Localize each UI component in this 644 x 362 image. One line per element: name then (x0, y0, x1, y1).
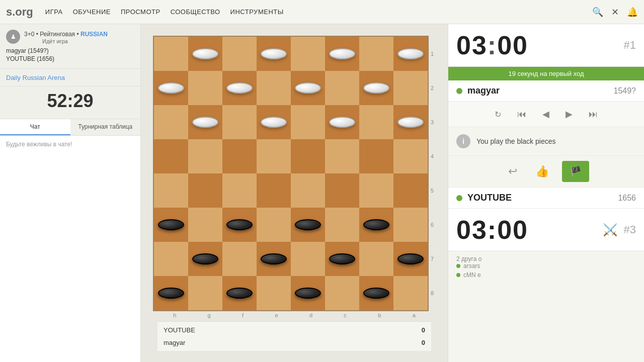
black-piece[interactable] (226, 219, 253, 230)
cell-7-4[interactable] (257, 242, 291, 276)
thumbsup-button[interactable]: 👍 (530, 162, 554, 181)
cell-5-7[interactable] (359, 173, 393, 208)
white-piece[interactable] (295, 82, 321, 94)
cell-4-6[interactable] (325, 139, 359, 173)
cell-7-6[interactable] (325, 242, 359, 276)
cell-3-1[interactable] (154, 105, 188, 139)
white-piece[interactable] (397, 48, 424, 59)
cell-2-6[interactable] (325, 71, 359, 105)
cell-1-7[interactable] (359, 37, 393, 71)
cell-5-6[interactable] (325, 173, 359, 208)
cell-3-3[interactable] (222, 105, 257, 139)
cell-6-5[interactable] (291, 208, 325, 242)
black-piece[interactable] (158, 288, 184, 299)
cell-2-2[interactable] (188, 71, 222, 105)
undo-button[interactable]: ↩ (503, 162, 522, 181)
black-piece[interactable] (329, 253, 355, 264)
cell-5-3[interactable] (222, 173, 257, 208)
cell-1-2[interactable] (188, 37, 222, 71)
cell-1-3[interactable] (222, 37, 257, 71)
white-piece[interactable] (261, 48, 287, 59)
white-piece[interactable] (397, 117, 424, 128)
search-icon[interactable]: 🔍 (592, 7, 603, 18)
cell-7-3[interactable] (222, 242, 257, 276)
cell-8-4[interactable] (257, 276, 291, 310)
cell-5-1[interactable] (154, 173, 188, 208)
black-piece[interactable] (397, 253, 424, 264)
cell-4-4[interactable] (257, 139, 291, 173)
logo[interactable]: s.org (6, 6, 33, 19)
white-piece[interactable] (363, 82, 389, 94)
cell-7-7[interactable] (359, 242, 393, 276)
cell-7-2[interactable] (188, 242, 222, 276)
white-piece[interactable] (329, 48, 355, 59)
next-move-button[interactable]: ▶ (561, 107, 577, 122)
cell-4-5[interactable] (291, 139, 325, 173)
black-piece[interactable] (226, 288, 253, 299)
chat-area[interactable]: Будьте вежливы в чате! (0, 136, 140, 362)
tournament-link[interactable]: Daily Russian Arena (6, 74, 65, 81)
black-piece[interactable] (295, 219, 321, 230)
refresh-button[interactable]: ↻ (491, 108, 505, 121)
cell-8-2[interactable] (188, 276, 222, 310)
cell-8-7[interactable] (359, 276, 393, 310)
cell-3-8[interactable] (393, 105, 428, 139)
white-piece[interactable] (261, 117, 287, 128)
cell-5-8[interactable] (393, 173, 428, 208)
white-piece[interactable] (329, 117, 355, 128)
cell-8-3[interactable] (222, 276, 257, 310)
cell-2-3[interactable] (222, 71, 257, 105)
cell-2-5[interactable] (291, 71, 325, 105)
cell-2-1[interactable] (154, 71, 188, 105)
cell-7-5[interactable] (291, 242, 325, 276)
notification-icon[interactable]: 🔔 (627, 7, 638, 18)
close-icon[interactable]: ✕ (611, 7, 619, 18)
cell-2-7[interactable] (359, 71, 393, 105)
cell-8-8[interactable] (393, 276, 428, 310)
cell-6-7[interactable] (359, 208, 393, 242)
tab-tournament-table[interactable]: Турнирная таблица (70, 119, 141, 135)
cell-7-1[interactable] (154, 242, 188, 276)
black-piece[interactable] (261, 253, 287, 264)
cell-1-4[interactable] (257, 37, 291, 71)
cell-3-4[interactable] (257, 105, 291, 139)
white-piece[interactable] (158, 82, 184, 94)
cell-3-7[interactable] (359, 105, 393, 139)
cell-6-3[interactable] (222, 208, 257, 242)
cell-2-8[interactable] (393, 71, 428, 105)
nav-item-learn[interactable]: ОБУЧЕНИЕ (73, 8, 111, 16)
cell-8-1[interactable] (154, 276, 188, 310)
nav-item-watch[interactable]: ПРОСМОТР (121, 8, 160, 16)
cell-1-6[interactable] (325, 37, 359, 71)
nav-item-tools[interactable]: ИНСТРУМЕНТЫ (230, 8, 284, 16)
checkers-board[interactable] (153, 36, 429, 311)
cell-3-6[interactable] (325, 105, 359, 139)
cell-3-2[interactable] (188, 105, 222, 139)
cell-1-8[interactable] (393, 37, 428, 71)
last-move-button[interactable]: ⏭ (585, 107, 602, 122)
cell-6-6[interactable] (325, 208, 359, 242)
cell-4-2[interactable] (188, 139, 222, 173)
first-move-button[interactable]: ⏮ (513, 107, 530, 122)
cell-2-4[interactable] (257, 71, 291, 105)
cell-1-1[interactable] (154, 37, 188, 71)
black-piece[interactable] (295, 288, 321, 299)
cell-4-1[interactable] (154, 139, 188, 173)
cell-1-5[interactable] (291, 37, 325, 71)
black-piece[interactable] (363, 219, 389, 230)
white-piece[interactable] (192, 48, 218, 59)
cell-4-7[interactable] (359, 139, 393, 173)
cell-6-2[interactable] (188, 208, 222, 242)
cell-7-8[interactable] (393, 242, 428, 276)
prev-move-button[interactable]: ◀ (538, 107, 553, 122)
black-piece[interactable] (363, 288, 389, 299)
cell-6-1[interactable] (154, 208, 188, 242)
tab-chat[interactable]: Чат (0, 119, 70, 135)
resign-button[interactable]: 🏴 (562, 161, 589, 182)
cell-8-6[interactable] (325, 276, 359, 310)
black-piece[interactable] (158, 219, 184, 230)
nav-item-community[interactable]: СООБЩЕСТВО (171, 8, 220, 16)
cell-6-8[interactable] (393, 208, 428, 242)
white-piece[interactable] (226, 82, 253, 94)
cell-5-4[interactable] (257, 173, 291, 208)
